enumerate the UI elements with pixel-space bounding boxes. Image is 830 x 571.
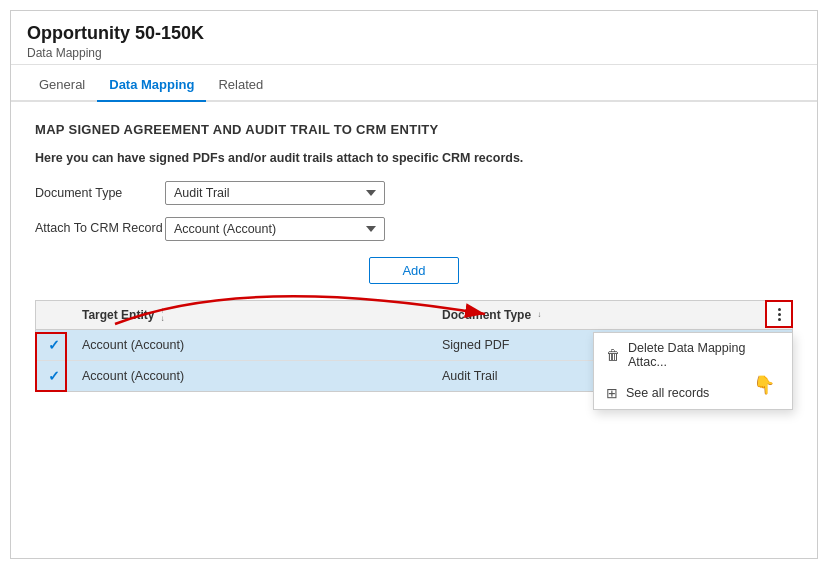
content-area: MAP SIGNED AGREEMENT AND AUDIT TRAIL TO … [11, 102, 817, 412]
delete-mapping-label: Delete Data Mapping Attac... [628, 341, 780, 369]
tab-data-mapping[interactable]: Data Mapping [97, 69, 206, 102]
document-type-row: Document Type Audit Trail [35, 181, 793, 205]
section-description: Here you can have signed PDFs and/or aud… [35, 151, 793, 165]
table-header: Target Entity ↑↓ Document Type ↓ [36, 301, 792, 330]
sort-arrows-doctype[interactable]: ↓ [537, 311, 541, 319]
attach-crm-label: Attach To CRM Record [35, 220, 165, 238]
delete-icon: 🗑 [606, 347, 620, 363]
delete-mapping-item[interactable]: 🗑 Delete Data Mapping Attac... [594, 333, 792, 377]
row1-checkbox[interactable]: ✓ [36, 330, 72, 360]
section-title: MAP SIGNED AGREEMENT AND AUDIT TRAIL TO … [35, 122, 793, 137]
attach-crm-select[interactable]: Account (Account) [165, 217, 385, 241]
tab-general[interactable]: General [27, 69, 97, 102]
context-menu: 🗑 Delete Data Mapping Attac... ⊞ See all… [593, 332, 793, 410]
ellipsis-icon [778, 308, 781, 321]
page-title: Opportunity 50-150K [27, 23, 801, 44]
row1-entity: Account (Account) [72, 331, 432, 359]
header-entity-col[interactable]: Target Entity ↑↓ [72, 301, 432, 329]
three-dot-button[interactable] [765, 300, 793, 328]
add-button-row: Add [35, 257, 793, 284]
page-subtitle: Data Mapping [27, 46, 801, 60]
tab-bar: General Data Mapping Related [11, 69, 817, 102]
header-doctype-col[interactable]: Document Type ↓ [432, 301, 792, 329]
see-all-records-item[interactable]: ⊞ See all records [594, 377, 792, 409]
checkmark-icon: ✓ [48, 337, 60, 353]
header: Opportunity 50-150K Data Mapping [11, 11, 817, 65]
header-check-col [36, 301, 72, 329]
tab-related[interactable]: Related [206, 69, 275, 102]
add-button[interactable]: Add [369, 257, 458, 284]
grid-icon: ⊞ [606, 385, 618, 401]
document-type-select[interactable]: Audit Trail [165, 181, 385, 205]
checkmark-icon: ✓ [48, 368, 60, 384]
document-type-label: Document Type [35, 186, 165, 200]
attach-crm-row: Attach To CRM Record Account (Account) [35, 217, 793, 241]
sort-arrows-entity[interactable]: ↑↓ [160, 307, 164, 323]
table-wrapper: 🗑 Delete Data Mapping Attac... ⊞ See all… [35, 300, 793, 392]
main-container: Opportunity 50-150K Data Mapping General… [10, 10, 818, 559]
row2-checkbox[interactable]: ✓ [36, 361, 72, 391]
see-all-label: See all records [626, 386, 709, 400]
row2-entity: Account (Account) [72, 362, 432, 390]
